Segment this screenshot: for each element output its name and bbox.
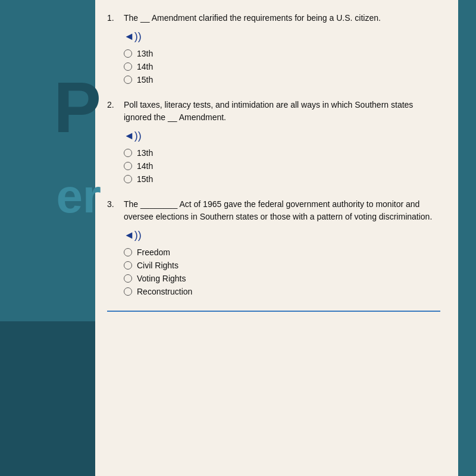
audio-button-2[interactable]: ◄)) xyxy=(124,130,440,142)
audio-button-3[interactable]: ◄)) xyxy=(124,229,440,242)
option-label-3-civil-rights: Civil Rights xyxy=(137,261,178,270)
bottom-divider xyxy=(107,311,440,312)
option-label-3-reconstruction: Reconstruction xyxy=(137,287,192,296)
option-label-1-15th: 15th xyxy=(137,75,153,84)
sidebar-letter-p: P xyxy=(54,71,101,143)
question-3-options: Freedom Civil Rights Voting Rights Recon… xyxy=(124,248,440,296)
option-2-13th[interactable]: 13th xyxy=(124,148,440,158)
question-2: 2. Poll taxes, literacy tests, and intim… xyxy=(107,99,440,184)
question-2-body: Poll taxes, literacy tests, and intimida… xyxy=(124,99,440,124)
option-label-3-voting-rights: Voting Rights xyxy=(137,274,186,283)
option-3-voting-rights[interactable]: Voting Rights xyxy=(124,274,440,283)
option-label-3-freedom: Freedom xyxy=(137,248,170,257)
radio-2-13th[interactable] xyxy=(124,149,132,157)
question-2-options: 13th 14th 15th xyxy=(124,148,440,184)
radio-3-reconstruction[interactable] xyxy=(124,287,132,296)
radio-1-15th[interactable] xyxy=(124,76,132,84)
radio-1-13th[interactable] xyxy=(124,49,132,58)
main-content: 1. The __ Amendment clarified the requir… xyxy=(95,0,458,476)
option-label-2-15th: 15th xyxy=(137,174,153,184)
audio-button-1[interactable]: ◄)) xyxy=(124,30,440,43)
question-3-body: The ________ Act of 1965 gave the federa… xyxy=(124,198,440,223)
option-label-2-13th: 13th xyxy=(137,148,153,158)
sidebar-letter-er: er xyxy=(56,173,101,220)
option-label-1-13th: 13th xyxy=(137,49,153,58)
question-1: 1. The __ Amendment clarified the requir… xyxy=(107,12,440,84)
option-3-civil-rights[interactable]: Civil Rights xyxy=(124,261,440,270)
radio-1-14th[interactable] xyxy=(124,62,132,71)
radio-2-14th[interactable] xyxy=(124,162,132,170)
option-label-2-14th: 14th xyxy=(137,161,153,171)
question-2-text: 2. Poll taxes, literacy tests, and intim… xyxy=(107,99,440,124)
option-1-13th[interactable]: 13th xyxy=(124,49,440,58)
question-1-body: The __ Amendment clarified the requireme… xyxy=(124,12,381,24)
question-3-text: 3. The ________ Act of 1965 gave the fed… xyxy=(107,198,440,223)
option-label-1-14th: 14th xyxy=(137,62,153,71)
option-2-14th[interactable]: 14th xyxy=(124,161,440,171)
sidebar-blue-block xyxy=(0,321,95,476)
option-3-reconstruction[interactable]: Reconstruction xyxy=(124,287,440,296)
question-3: 3. The ________ Act of 1965 gave the fed… xyxy=(107,198,440,296)
question-2-number: 2. xyxy=(107,99,119,124)
radio-3-civil-rights[interactable] xyxy=(124,261,132,270)
option-3-freedom[interactable]: Freedom xyxy=(124,248,440,257)
option-1-15th[interactable]: 15th xyxy=(124,75,440,84)
question-1-options: 13th 14th 15th xyxy=(124,49,440,84)
right-sidebar xyxy=(458,0,476,476)
option-1-14th[interactable]: 14th xyxy=(124,62,440,71)
left-sidebar: P er xyxy=(0,0,95,476)
question-1-text: 1. The __ Amendment clarified the requir… xyxy=(107,12,440,24)
radio-2-15th[interactable] xyxy=(124,175,132,183)
question-3-number: 3. xyxy=(107,198,119,223)
question-1-number: 1. xyxy=(107,12,119,24)
option-2-15th[interactable]: 15th xyxy=(124,174,440,184)
radio-3-voting-rights[interactable] xyxy=(124,274,132,283)
radio-3-freedom[interactable] xyxy=(124,248,132,256)
